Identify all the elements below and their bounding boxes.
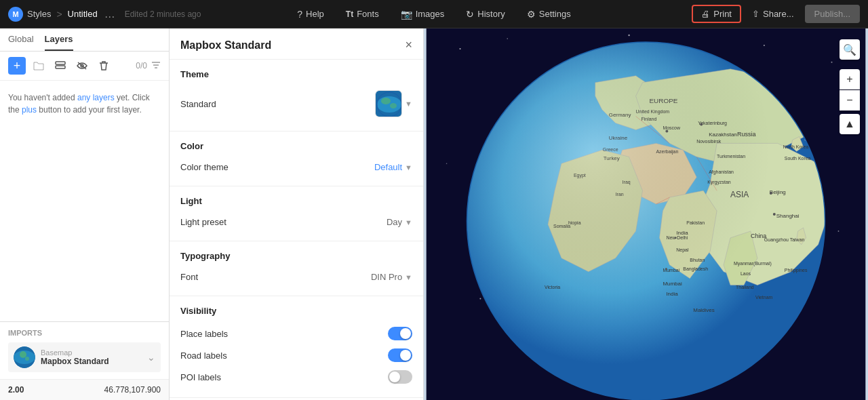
print-icon: 🖨 xyxy=(701,9,710,19)
map-search-button[interactable]: 🔍 xyxy=(840,39,860,60)
hide-button[interactable] xyxy=(73,57,91,75)
road-labels-row: Road labels xyxy=(180,344,412,366)
print-button[interactable]: 🖨 Print xyxy=(692,5,741,23)
publish-button[interactable]: Publish... xyxy=(805,5,860,23)
svg-point-23 xyxy=(479,298,481,300)
svg-point-13 xyxy=(381,98,391,104)
panel-tabs: Global Layers xyxy=(0,28,169,52)
light-preset-row: Light preset Day ▼ xyxy=(180,213,412,231)
map-globe: EUROPE ASIA Russia China India Germany U… xyxy=(424,28,868,400)
empty-link-layers[interactable]: any layers xyxy=(77,93,115,102)
svg-point-18 xyxy=(507,38,508,39)
light-preset-chevron: ▼ xyxy=(405,218,412,226)
poi-labels-row: POI labels xyxy=(180,366,412,388)
layer-group-button[interactable] xyxy=(52,57,69,75)
settings-icon: ⚙ xyxy=(527,9,536,20)
imports-section: Imports Basemap Mapbox Standard xyxy=(0,321,169,379)
coords-value: 46.778,107.900 xyxy=(104,385,161,395)
import-sub-label: Basemap xyxy=(41,348,142,357)
imports-label: Imports xyxy=(8,329,161,337)
dialog-section-light: Light Light preset Day ▼ xyxy=(170,186,423,241)
color-theme-row: Color theme Default ▼ xyxy=(180,158,412,176)
import-info: Basemap Mapbox Standard xyxy=(41,348,142,366)
panel-spacer xyxy=(0,127,169,321)
nav-fonts-label: Fonts xyxy=(357,9,379,19)
empty-link-plus[interactable]: plus xyxy=(22,105,37,115)
share-button[interactable]: ⇧ Share... xyxy=(745,6,801,22)
delete-button[interactable] xyxy=(95,57,113,75)
font-label: Font xyxy=(180,272,198,282)
color-theme-value[interactable]: Default ▼ xyxy=(374,162,412,172)
empty-text-3: button to add your first layer. xyxy=(37,105,142,115)
theme-preview-container[interactable]: ▼ xyxy=(375,90,412,117)
svg-point-24 xyxy=(838,231,840,232)
typography-section-title: Typography xyxy=(180,251,412,261)
import-name-label: Mapbox Standard xyxy=(41,357,142,366)
nav-fonts[interactable]: Tt Fonts xyxy=(342,6,383,22)
theme-standard-row: Standard ▼ xyxy=(180,86,412,121)
folder-button[interactable] xyxy=(30,57,47,75)
panel-empty-message: You haven't added any layers yet. Click … xyxy=(0,81,169,127)
import-item-basemap[interactable]: Basemap Mapbox Standard ⌄ xyxy=(8,342,161,372)
map-area[interactable]: EUROPE ASIA Russia China India Germany U… xyxy=(424,28,868,400)
font-row: Font DIN Pro ▼ xyxy=(180,268,412,286)
zoom-out-button[interactable]: − xyxy=(840,90,860,111)
nav-images[interactable]: 📷 Images xyxy=(397,6,449,22)
fonts-icon: Tt xyxy=(346,9,353,19)
dialog-section-theme: Theme Standard ▼ xyxy=(170,60,423,132)
more-icon[interactable]: … xyxy=(104,8,115,20)
theme-preview-icon[interactable] xyxy=(375,90,402,117)
dialog-section-visibility: Visibility Place labels Road labels POI … xyxy=(170,296,423,398)
nav-history[interactable]: ↻ History xyxy=(462,6,509,22)
import-icon xyxy=(14,346,35,368)
share-icon: ⇧ xyxy=(752,9,760,19)
tab-global[interactable]: Global xyxy=(8,34,34,51)
poi-labels-toggle[interactable] xyxy=(388,370,412,384)
light-preset-label: Light preset xyxy=(180,217,226,227)
road-labels-toggle[interactable] xyxy=(388,348,412,362)
nav-images-label: Images xyxy=(416,9,445,19)
nav-help[interactable]: ? Help xyxy=(293,6,328,22)
layer-count: 0/0 xyxy=(136,61,147,71)
place-labels-label: Place labels xyxy=(180,329,228,339)
panel-toolbar: + 0/0 xyxy=(0,52,169,81)
dialog-section-color: Color Color theme Default ▼ xyxy=(170,132,423,186)
compass-button[interactable]: ▲ xyxy=(840,114,860,134)
topbar-right: 🖨 Print ⇧ Share... Publish... xyxy=(575,5,860,23)
svg-rect-1 xyxy=(56,66,65,68)
dialog-title: Mapbox Standard xyxy=(180,39,271,52)
topbar: M Styles > Untitled … Edited 2 minutes a… xyxy=(0,0,868,28)
import-chevron-icon[interactable]: ⌄ xyxy=(147,352,155,363)
help-icon: ? xyxy=(297,9,302,20)
theme-section-title: Theme xyxy=(180,69,412,79)
font-chevron: ▼ xyxy=(405,273,412,281)
dialog-close-button[interactable]: × xyxy=(405,38,412,52)
light-section-title: Light xyxy=(180,196,412,206)
poi-labels-label: POI labels xyxy=(180,372,221,382)
breadcrumb-sep: > xyxy=(56,9,62,20)
nav-history-label: History xyxy=(477,9,505,19)
visibility-section-title: Visibility xyxy=(180,306,412,316)
color-theme-label: Color theme xyxy=(180,162,229,172)
font-text: DIN Pro xyxy=(371,272,402,282)
breadcrumb-styles[interactable]: Styles xyxy=(27,9,51,19)
publish-label: Publish... xyxy=(814,9,850,19)
dialog-panel: Mapbox Standard × Theme Standard xyxy=(170,28,424,400)
road-labels-label: Road labels xyxy=(180,351,227,361)
topbar-nav: ? Help Tt Fonts 📷 Images ↻ History ⚙ Set… xyxy=(293,6,574,22)
add-layer-button[interactable]: + xyxy=(8,57,26,75)
filter-button[interactable] xyxy=(151,60,161,71)
tab-layers[interactable]: Layers xyxy=(45,34,73,51)
nav-settings-label: Settings xyxy=(539,9,571,19)
nav-settings[interactable]: ⚙ Settings xyxy=(523,6,575,22)
dialog-header: Mapbox Standard × xyxy=(170,28,423,60)
svg-point-22 xyxy=(446,163,448,164)
place-labels-row: Place labels xyxy=(180,323,412,344)
page-title: Untitled xyxy=(68,9,98,19)
place-labels-toggle[interactable] xyxy=(388,327,412,340)
zoom-in-button[interactable]: + xyxy=(840,69,860,89)
color-theme-chevron: ▼ xyxy=(405,163,412,172)
light-preset-value[interactable]: Day ▼ xyxy=(387,217,412,227)
svg-point-9 xyxy=(20,351,26,358)
font-value[interactable]: DIN Pro ▼ xyxy=(371,272,412,282)
